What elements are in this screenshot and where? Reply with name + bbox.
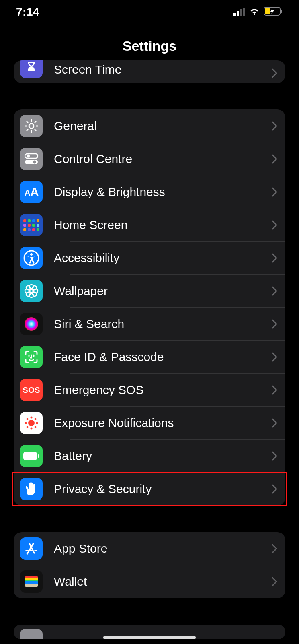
svg-point-18 xyxy=(30,289,33,293)
chevron-right-icon xyxy=(272,154,277,164)
chevron-right-icon xyxy=(272,187,277,197)
chevron-right-icon xyxy=(272,286,277,296)
row-label: App Store xyxy=(54,542,268,555)
svg-point-27 xyxy=(25,317,38,331)
svg-point-30 xyxy=(28,420,35,426)
chevron-right-icon xyxy=(272,352,277,362)
chevron-right-icon xyxy=(272,220,277,230)
svg-rect-50 xyxy=(25,581,38,584)
svg-point-35 xyxy=(27,418,29,420)
settings-row-screen-time[interactable]: Screen Time xyxy=(14,60,285,83)
appstore-icon xyxy=(20,537,43,560)
settings-row-emergency-sos[interactable]: SOS Emergency SOS xyxy=(14,374,285,407)
battery-charging-icon xyxy=(264,6,283,19)
settings-row-general[interactable]: General xyxy=(14,109,285,142)
svg-line-10 xyxy=(27,129,28,131)
svg-point-15 xyxy=(33,161,36,164)
gear-icon xyxy=(20,115,43,137)
hourglass-icon xyxy=(20,60,43,78)
svg-line-11 xyxy=(35,121,36,123)
settings-row-accessibility[interactable]: Accessibility xyxy=(14,242,285,275)
settings-group: General Control Centre AA Display & Brig… xyxy=(14,109,285,506)
toggles-icon xyxy=(20,148,43,170)
settings-row-control-centre[interactable]: Control Centre xyxy=(14,142,285,175)
svg-point-17 xyxy=(30,253,33,256)
wallet-icon xyxy=(20,570,43,593)
chevron-right-icon xyxy=(272,121,277,131)
sos-icon: SOS xyxy=(20,379,43,401)
settings-row-face-id-passcode[interactable]: Face ID & Passcode xyxy=(14,341,285,374)
status-time: 7:14 xyxy=(16,6,39,19)
text-size-icon: AA xyxy=(20,181,43,203)
svg-line-9 xyxy=(35,129,36,131)
svg-rect-2 xyxy=(281,10,282,13)
home-indicator[interactable] xyxy=(103,636,196,639)
chevron-right-icon xyxy=(272,253,277,263)
row-label: Control Centre xyxy=(54,152,268,166)
page-title: Settings xyxy=(0,38,299,54)
settings-group: App Store Wallet xyxy=(14,532,285,598)
svg-point-38 xyxy=(35,426,37,428)
row-label: Wallet xyxy=(54,575,268,588)
settings-group: Screen Time xyxy=(14,60,285,83)
cellular-signal-icon xyxy=(233,8,245,16)
hand-icon xyxy=(20,478,43,500)
apps-grid-icon xyxy=(20,214,43,236)
row-label: Display & Brightness xyxy=(54,185,268,199)
row-label: Emergency SOS xyxy=(54,383,268,397)
svg-rect-39 xyxy=(23,452,37,460)
siri-icon xyxy=(20,313,43,335)
accessibility-icon xyxy=(20,247,43,269)
settings-row-wallpaper[interactable]: Wallpaper xyxy=(14,275,285,308)
svg-point-33 xyxy=(25,422,27,424)
svg-point-3 xyxy=(29,124,34,128)
chevron-right-icon xyxy=(272,385,277,395)
settings-row-display-brightness[interactable]: AA Display & Brightness xyxy=(14,175,285,208)
settings-row-privacy-security[interactable]: Privacy & Security xyxy=(14,473,285,506)
svg-rect-1 xyxy=(265,8,270,14)
settings-list[interactable]: Screen Time General Control Centre AA xyxy=(0,62,299,644)
svg-point-31 xyxy=(31,417,33,419)
svg-line-45 xyxy=(27,553,27,554)
row-label: General xyxy=(54,119,268,133)
chevron-right-icon xyxy=(272,544,277,553)
row-label: Battery xyxy=(54,449,268,463)
svg-point-34 xyxy=(36,422,38,424)
row-label: Exposure Notifications xyxy=(54,416,268,430)
wifi-icon xyxy=(249,6,260,19)
svg-point-37 xyxy=(27,426,29,428)
unknown-icon xyxy=(20,629,43,639)
svg-line-8 xyxy=(27,121,28,123)
chevron-right-icon xyxy=(272,68,277,78)
row-label: Home Screen xyxy=(54,218,268,232)
flower-icon xyxy=(20,280,43,302)
row-label: Privacy & Security xyxy=(54,482,268,496)
svg-point-13 xyxy=(27,155,30,158)
svg-point-32 xyxy=(31,428,33,430)
chevron-right-icon xyxy=(272,484,277,494)
settings-row-siri-search[interactable]: Siri & Search xyxy=(14,308,285,341)
status-bar: 7:14 xyxy=(0,0,299,24)
chevron-right-icon xyxy=(272,451,277,461)
exposure-icon xyxy=(20,412,43,434)
chevron-right-icon xyxy=(272,418,277,428)
settings-row-home-screen[interactable]: Home Screen xyxy=(14,208,285,242)
row-label: Wallpaper xyxy=(54,284,268,298)
battery-icon xyxy=(20,445,43,467)
settings-row-app-store[interactable]: App Store xyxy=(14,532,285,565)
svg-point-36 xyxy=(35,418,37,420)
status-right xyxy=(233,6,283,19)
settings-row-exposure-notifications[interactable]: Exposure Notifications xyxy=(14,407,285,440)
settings-row-battery[interactable]: Battery xyxy=(14,440,285,473)
row-label: Accessibility xyxy=(54,251,268,265)
chevron-right-icon xyxy=(272,577,277,586)
row-label: Screen Time xyxy=(54,63,268,76)
svg-rect-40 xyxy=(38,454,39,458)
chevron-right-icon xyxy=(272,319,277,329)
row-label: Siri & Search xyxy=(54,317,268,331)
settings-row-wallet[interactable]: Wallet xyxy=(14,565,285,598)
face-id-icon xyxy=(20,346,43,368)
row-label: Face ID & Passcode xyxy=(54,350,268,364)
